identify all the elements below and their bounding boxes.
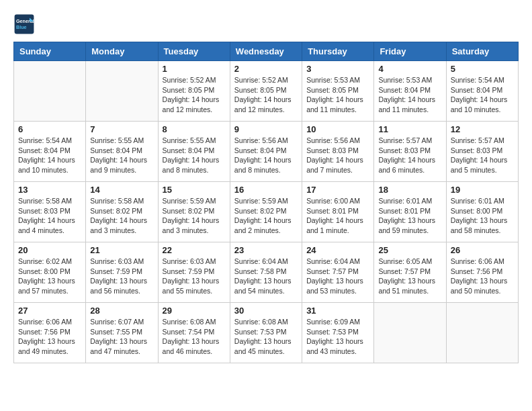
day-info: Sunrise: 5:57 AM Sunset: 8:03 PM Dayligh… [451,136,514,175]
calendar-cell [14,61,86,122]
day-number: 24 [306,245,369,255]
day-number: 1 [163,64,226,74]
day-number: 31 [306,306,369,316]
day-number: 3 [306,64,369,74]
calendar-cell: 3 Sunrise: 5:53 AM Sunset: 8:05 PM Dayli… [302,61,374,122]
day-info: Sunrise: 5:52 AM Sunset: 8:05 PM Dayligh… [163,75,226,115]
calendar-cell: 30 Sunrise: 6:08 AM Sunset: 7:53 PM Dayl… [230,303,302,363]
day-info: Sunrise: 5:58 AM Sunset: 8:02 PM Dayligh… [90,196,153,236]
day-info: Sunrise: 6:04 AM Sunset: 7:57 PM Dayligh… [306,257,369,296]
day-info: Sunrise: 5:53 AM Sunset: 8:05 PM Dayligh… [306,75,369,115]
day-info: Sunrise: 6:04 AM Sunset: 7:58 PM Dayligh… [234,257,298,296]
day-info: Sunrise: 6:08 AM Sunset: 7:54 PM Dayligh… [163,317,226,357]
day-number: 18 [378,185,441,195]
calendar-cell: 24 Sunrise: 6:04 AM Sunset: 7:57 PM Dayl… [302,242,374,303]
calendar-cell: 7 Sunrise: 5:55 AM Sunset: 8:04 PM Dayli… [86,122,158,182]
calendar-cell [374,303,446,363]
day-info: Sunrise: 5:52 AM Sunset: 8:05 PM Dayligh… [234,75,298,115]
calendar-cell: 8 Sunrise: 5:55 AM Sunset: 8:04 PM Dayli… [158,122,230,182]
day-info: Sunrise: 5:59 AM Sunset: 8:02 PM Dayligh… [234,196,298,236]
calendar-cell: 10 Sunrise: 5:56 AM Sunset: 8:03 PM Dayl… [302,122,374,182]
calendar-cell: 5 Sunrise: 5:54 AM Sunset: 8:04 PM Dayli… [446,61,518,122]
day-number: 14 [90,185,153,195]
day-number: 22 [163,245,226,255]
calendar-cell: 23 Sunrise: 6:04 AM Sunset: 7:58 PM Dayl… [230,242,302,303]
day-info: Sunrise: 6:01 AM Sunset: 8:01 PM Dayligh… [378,196,441,236]
calendar-cell [86,61,158,122]
day-info: Sunrise: 5:58 AM Sunset: 8:03 PM Dayligh… [18,196,81,236]
calendar-cell: 26 Sunrise: 6:06 AM Sunset: 7:56 PM Dayl… [446,242,518,303]
day-number: 20 [18,245,81,255]
day-number: 26 [451,245,514,255]
calendar-cell: 13 Sunrise: 5:58 AM Sunset: 8:03 PM Dayl… [14,182,86,242]
day-info: Sunrise: 5:56 AM Sunset: 8:03 PM Dayligh… [306,136,369,175]
calendar-cell: 15 Sunrise: 5:59 AM Sunset: 8:02 PM Dayl… [158,182,230,242]
day-number: 29 [163,306,226,316]
day-number: 25 [378,245,441,255]
logo-icon: General Blue [13,13,35,35]
calendar-cell: 4 Sunrise: 5:53 AM Sunset: 8:04 PM Dayli… [374,61,446,122]
day-info: Sunrise: 6:06 AM Sunset: 7:56 PM Dayligh… [18,317,81,357]
calendar-cell: 6 Sunrise: 5:54 AM Sunset: 8:04 PM Dayli… [14,122,86,182]
week-row-5: 27 Sunrise: 6:06 AM Sunset: 7:56 PM Dayl… [14,303,519,363]
day-info: Sunrise: 6:02 AM Sunset: 8:00 PM Dayligh… [18,257,81,296]
calendar-cell: 21 Sunrise: 6:03 AM Sunset: 7:59 PM Dayl… [86,242,158,303]
week-row-1: 1 Sunrise: 5:52 AM Sunset: 8:05 PM Dayli… [14,61,519,122]
day-number: 16 [234,185,298,195]
calendar-cell: 27 Sunrise: 6:06 AM Sunset: 7:56 PM Dayl… [14,303,86,363]
day-info: Sunrise: 6:09 AM Sunset: 7:53 PM Dayligh… [306,317,369,357]
day-info: Sunrise: 5:57 AM Sunset: 8:03 PM Dayligh… [378,136,441,175]
day-info: Sunrise: 5:55 AM Sunset: 8:04 PM Dayligh… [90,136,153,175]
day-number: 28 [90,306,153,316]
calendar-table: SundayMondayTuesdayWednesdayThursdayFrid… [13,42,519,363]
logo: General Blue [13,13,38,35]
weekday-header-wednesday: Wednesday [230,42,302,61]
day-info: Sunrise: 6:01 AM Sunset: 8:00 PM Dayligh… [451,196,514,236]
day-number: 19 [451,185,514,195]
day-number: 9 [234,124,298,134]
day-number: 30 [234,306,298,316]
day-number: 21 [90,245,153,255]
calendar-cell: 19 Sunrise: 6:01 AM Sunset: 8:00 PM Dayl… [446,182,518,242]
day-info: Sunrise: 5:55 AM Sunset: 8:04 PM Dayligh… [163,136,226,175]
day-info: Sunrise: 6:03 AM Sunset: 7:59 PM Dayligh… [163,257,226,296]
calendar-cell: 2 Sunrise: 5:52 AM Sunset: 8:05 PM Dayli… [230,61,302,122]
day-info: Sunrise: 5:59 AM Sunset: 8:02 PM Dayligh… [163,196,226,236]
calendar-cell [446,303,518,363]
calendar-cell: 1 Sunrise: 5:52 AM Sunset: 8:05 PM Dayli… [158,61,230,122]
day-info: Sunrise: 6:03 AM Sunset: 7:59 PM Dayligh… [90,257,153,296]
day-info: Sunrise: 6:07 AM Sunset: 7:55 PM Dayligh… [90,317,153,357]
day-info: Sunrise: 6:00 AM Sunset: 8:01 PM Dayligh… [306,196,369,236]
day-number: 17 [306,185,369,195]
calendar-cell: 16 Sunrise: 5:59 AM Sunset: 8:02 PM Dayl… [230,182,302,242]
day-info: Sunrise: 6:08 AM Sunset: 7:53 PM Dayligh… [234,317,298,357]
weekday-header-sunday: Sunday [14,42,86,61]
day-info: Sunrise: 5:54 AM Sunset: 8:04 PM Dayligh… [18,136,81,175]
calendar-cell: 14 Sunrise: 5:58 AM Sunset: 8:02 PM Dayl… [86,182,158,242]
day-info: Sunrise: 5:54 AM Sunset: 8:04 PM Dayligh… [451,75,514,115]
weekday-header-thursday: Thursday [302,42,374,61]
day-number: 6 [18,124,81,134]
calendar-cell: 17 Sunrise: 6:00 AM Sunset: 8:01 PM Dayl… [302,182,374,242]
week-row-3: 13 Sunrise: 5:58 AM Sunset: 8:03 PM Dayl… [14,182,519,242]
calendar-cell: 11 Sunrise: 5:57 AM Sunset: 8:03 PM Dayl… [374,122,446,182]
day-info: Sunrise: 6:05 AM Sunset: 7:57 PM Dayligh… [378,257,441,296]
calendar-cell: 12 Sunrise: 5:57 AM Sunset: 8:03 PM Dayl… [446,122,518,182]
day-number: 2 [234,64,298,74]
weekday-header-tuesday: Tuesday [158,42,230,61]
calendar-cell: 20 Sunrise: 6:02 AM Sunset: 8:00 PM Dayl… [14,242,86,303]
day-number: 8 [163,124,226,134]
svg-text:Blue: Blue [16,24,27,30]
day-number: 15 [163,185,226,195]
calendar-cell: 25 Sunrise: 6:05 AM Sunset: 7:57 PM Dayl… [374,242,446,303]
day-number: 23 [234,245,298,255]
weekday-header-friday: Friday [374,42,446,61]
day-info: Sunrise: 6:06 AM Sunset: 7:56 PM Dayligh… [451,257,514,296]
weekday-header-monday: Monday [86,42,158,61]
calendar-cell: 31 Sunrise: 6:09 AM Sunset: 7:53 PM Dayl… [302,303,374,363]
day-number: 13 [18,185,81,195]
weekday-header-saturday: Saturday [446,42,518,61]
day-number: 5 [451,64,514,74]
calendar-cell: 9 Sunrise: 5:56 AM Sunset: 8:04 PM Dayli… [230,122,302,182]
day-number: 7 [90,124,153,134]
